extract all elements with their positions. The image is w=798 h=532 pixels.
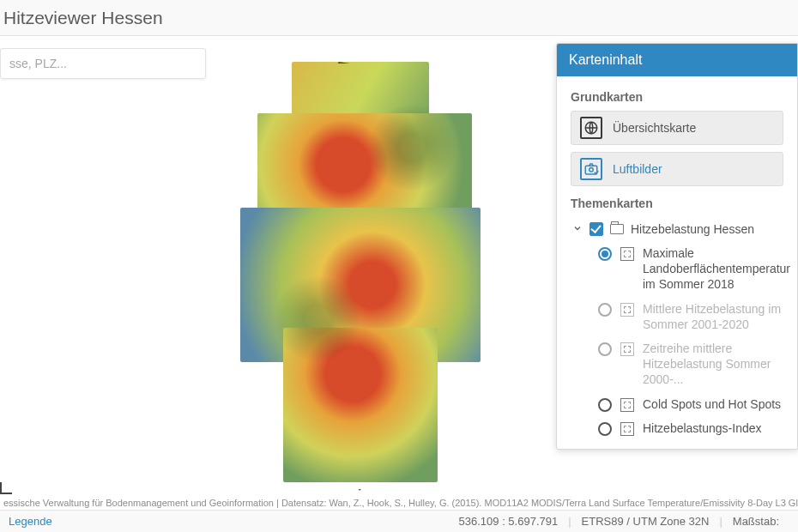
layer-item-mean-heat[interactable]: Mittlere Hitzebelastung im Sommer 2001-2… [569,297,792,336]
map-attribution: essische Verwaltung für Bodenmanagement … [0,496,798,510]
layer-label: Mittlere Hitzebelastung im Sommer 2001-2… [643,301,789,332]
camera-check-icon [580,158,602,180]
basemaps-heading: Grundkarten [557,87,797,111]
layer-item-max-temp[interactable]: Maximale Landoberflächentemperatur im So… [569,241,792,297]
raster-layer-icon [620,303,634,317]
layer-item-hotspots[interactable]: Cold Spots und Hot Spots [569,392,792,416]
scale-label: Maßstab: [722,515,789,528]
basemap-label: Übersichtskarte [613,121,696,135]
radio-selected-icon[interactable] [598,247,612,261]
radio-icon[interactable] [598,342,612,356]
coords-readout: 536.109 : 5.697.791 [449,515,569,528]
layer-item-index[interactable]: Hitzebelastungs-Index [569,416,792,440]
raster-layer-icon [620,422,634,436]
search-input[interactable] [9,57,196,70]
layer-item-timeseries[interactable]: Zeitreihe mittlere Hitzebelastung Sommer… [569,336,792,392]
legend-button[interactable]: Legende [9,515,52,528]
group-label: Hitzebelastung Hessen [631,222,754,236]
title-bar: Hitzeviewer Hessen [0,0,798,36]
radio-icon[interactable] [598,303,612,317]
map-area[interactable]: essische Verwaltung für Bodenmanagement … [0,36,798,510]
panel-title: Karteninhalt [557,44,797,76]
corner-mark-icon [0,475,12,494]
raster-layer-icon [620,398,634,412]
svg-point-2 [589,168,594,172]
layer-panel: Karteninhalt Grundkarten Übersichtskarte… [556,43,798,450]
radio-icon[interactable] [598,422,612,436]
chevron-down-icon [572,222,583,236]
layer-tree: Hitzebelastung Hessen Maximale Landoberf… [557,217,797,440]
raster-layer-icon [620,342,634,356]
radio-icon[interactable] [598,398,612,412]
basemap-aerial[interactable]: Luftbilder [571,152,783,186]
checkbox-checked-icon[interactable] [589,222,603,236]
layer-group-heat[interactable]: Hitzebelastung Hessen [569,217,792,241]
layer-label: Cold Spots und Hot Spots [643,396,781,412]
globe-icon [580,117,602,139]
basemap-overview[interactable]: Übersichtskarte [571,111,783,145]
layer-label: Zeitreihe mittlere Hitzebelastung Sommer… [643,341,789,388]
heatmap-layer [232,62,506,491]
status-bar: Legende 536.109 : 5.697.791 | ETRS89 / U… [0,510,798,532]
search-box[interactable] [0,48,206,79]
layer-label: Hitzebelastungs-Index [643,420,762,436]
layer-label: Maximale Landoberflächentemperatur im So… [643,245,790,293]
app-title: Hitzeviewer Hessen [3,8,163,28]
folder-icon [610,224,624,234]
raster-layer-icon [620,247,634,261]
themes-heading: Themenkarten [557,193,797,217]
crs-readout: ETRS89 / UTM Zone 32N [571,515,720,528]
basemap-label: Luftbilder [613,162,662,176]
